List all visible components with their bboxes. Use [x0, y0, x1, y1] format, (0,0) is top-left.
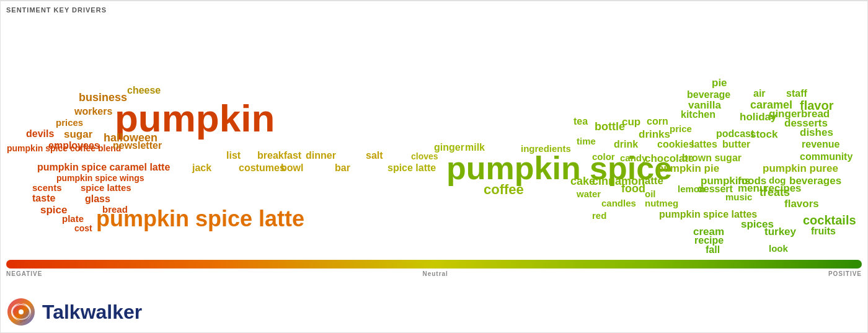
word-23: plate — [62, 214, 84, 223]
word-97: revenue — [802, 140, 839, 149]
word-44: brown sugar — [682, 153, 742, 163]
word-79: turkey — [764, 226, 796, 237]
word-36: ginger — [434, 143, 464, 153]
word-92: holiday — [740, 112, 777, 122]
word-10: workers — [74, 107, 112, 117]
word-66: flavors — [784, 198, 819, 209]
word-32: jack — [192, 163, 211, 173]
bar-labels: NEGATIVE Neutral POSITIVE — [6, 270, 862, 277]
word-17: newsletter — [113, 141, 162, 151]
word-84: beverage — [687, 90, 730, 100]
word-42: candy — [620, 153, 647, 162]
word-48: price — [670, 124, 692, 133]
word-81: fruits — [811, 226, 836, 236]
word-60: oil — [645, 189, 656, 198]
word-40: ingredients — [521, 144, 571, 153]
word-72: dessert — [698, 184, 733, 194]
word-50: drinks — [639, 129, 670, 140]
word-47: corn — [647, 117, 668, 127]
word-35: cloves — [411, 152, 438, 161]
word-78: fall — [706, 245, 720, 255]
word-45: tea — [574, 117, 588, 127]
word-58: water — [577, 189, 601, 198]
word-18: scents — [32, 183, 62, 192]
word-21: glass — [85, 194, 110, 204]
word-16: employees — [48, 141, 100, 151]
word-54: lattes — [691, 140, 717, 149]
word-25: cost — [74, 224, 92, 233]
word-37: milk — [465, 143, 485, 153]
word-4: pumpkin spice wings — [56, 174, 144, 182]
word-59: food — [621, 183, 645, 194]
page-title: SENTIMENT KEY DRIVERS — [6, 6, 107, 14]
word-28: dinner — [306, 151, 336, 161]
word-12: prices — [56, 118, 83, 127]
word-30: bowl — [281, 163, 303, 173]
word-52: drink — [614, 140, 638, 149]
word-90: kitchen — [681, 110, 715, 120]
word-53: cookies — [657, 140, 694, 149]
border-top — [0, 0, 868, 1]
word-86: staff — [786, 89, 807, 99]
gradient-bar — [6, 260, 862, 269]
word-26: list — [226, 151, 241, 161]
word-85: air — [753, 89, 766, 99]
word-51: time — [577, 136, 596, 146]
word-27: breakfast — [257, 151, 301, 161]
word-41: color — [592, 152, 615, 161]
word-61: candles — [601, 198, 636, 208]
positive-label: POSITIVE — [828, 270, 862, 277]
word-95: stock — [750, 129, 777, 140]
word-39: coffee — [484, 183, 524, 197]
word-98: community — [800, 152, 852, 162]
negative-label: NEGATIVE — [6, 270, 42, 277]
word-82: look — [769, 244, 788, 253]
talkwalker-logo-icon — [6, 297, 36, 327]
word-7: pumpkin puree — [763, 163, 838, 174]
gradient-bar-container: NEGATIVE Neutral POSITIVE — [6, 260, 862, 277]
word-55: butter — [722, 140, 750, 149]
word-13: devils — [26, 129, 54, 139]
svg-point-2 — [19, 309, 24, 314]
neutral-label: Neutral — [422, 270, 448, 277]
logo-text: Talkwalker — [42, 301, 142, 324]
word-14: sugar — [64, 129, 92, 140]
word-29: costumes — [239, 163, 285, 173]
word-96: dishes — [800, 127, 833, 138]
word-74: recipes — [764, 183, 802, 193]
word-49: bottle — [595, 121, 625, 132]
word-33: salt — [366, 151, 383, 161]
word-11: cheese — [127, 86, 161, 95]
word-cloud-area: pumpkinpumpkin spicepumpkin spice lattep… — [0, 16, 868, 257]
word-19: taste — [32, 193, 55, 203]
word-6: pumpkin pie — [657, 163, 719, 174]
word-9: business — [79, 92, 127, 103]
logo-area: Talkwalker — [6, 297, 142, 327]
word-34: spice latte — [388, 163, 436, 173]
word-5: pumpkin spice caramel latte — [37, 162, 170, 172]
word-80: cocktails — [803, 214, 856, 226]
word-63: red — [592, 211, 606, 220]
word-94: podcast — [716, 129, 754, 139]
word-31: bar — [335, 163, 350, 173]
word-83: pie — [712, 78, 727, 88]
word-62: nutmeg — [645, 198, 678, 208]
word-73: menu — [738, 183, 766, 193]
word-20: spice lattes — [81, 183, 131, 192]
word-24: bread — [102, 205, 128, 214]
